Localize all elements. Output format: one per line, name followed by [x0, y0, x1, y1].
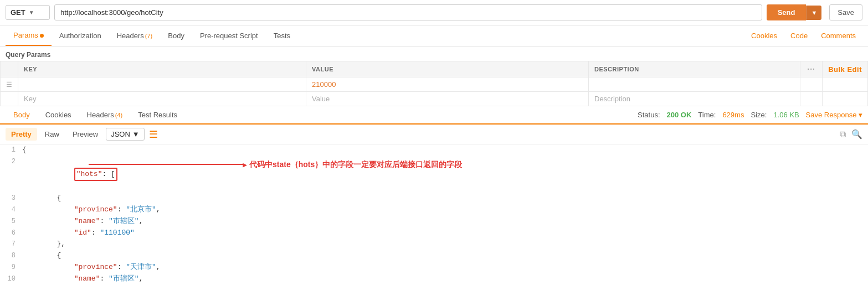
- resp-tab-cookies[interactable]: Cookies: [38, 106, 79, 123]
- request-tabs-bar: Params Authorization Headers(7) Body Pre…: [0, 25, 868, 46]
- raw-button[interactable]: Raw: [39, 128, 65, 141]
- method-select[interactable]: GET ▼: [6, 5, 50, 20]
- row-actions-cell: [800, 77, 823, 92]
- new-drag: [1, 92, 18, 106]
- tab-headers[interactable]: Headers(7): [109, 26, 161, 45]
- line-3: 3 {: [0, 193, 868, 204]
- hots-highlight: "hots": [: [74, 168, 117, 182]
- save-response-button[interactable]: Save Response ▾: [806, 111, 862, 119]
- status-value: 200 OK: [667, 111, 692, 119]
- resp-tab-body[interactable]: Body: [6, 106, 38, 125]
- line-9: 9 "province": "天津市",: [0, 262, 868, 273]
- url-input[interactable]: [54, 4, 762, 20]
- drag-handle-icon: ☰: [6, 81, 12, 89]
- resp-tab-headers[interactable]: Headers(4): [79, 106, 131, 123]
- more-icon[interactable]: ···: [807, 65, 815, 74]
- table-row-new: Key Value Description: [1, 92, 868, 106]
- size-value: 1.06 KB: [773, 111, 799, 119]
- line-6: 6 "id": "110100": [0, 227, 868, 239]
- table-row: ☰ 210000: [1, 77, 868, 92]
- response-body-toolbar: Pretty Raw Preview JSON ▼ ☰ ⧉ 🔍: [0, 125, 868, 144]
- tab-comments-right[interactable]: Comments: [814, 26, 862, 45]
- method-chevron: ▼: [29, 9, 34, 15]
- line-10: 10 "name": "市辖区",: [0, 273, 868, 285]
- tab-prerequest[interactable]: Pre-request Script: [192, 26, 266, 45]
- tab-params[interactable]: Params: [6, 25, 52, 46]
- bulk-edit-button[interactable]: Bulk Edit: [828, 65, 862, 74]
- params-dot: [40, 34, 44, 38]
- method-label: GET: [11, 8, 25, 17]
- line-1: 1 {: [0, 144, 868, 156]
- params-table: KEY VALUE DESCRIPTION ··· Bulk Edit ☰ 21…: [0, 61, 868, 106]
- lang-chevron: ▼: [132, 130, 140, 138]
- row-extra-cell: [823, 77, 868, 92]
- tab-authorization[interactable]: Authorization: [52, 26, 109, 45]
- new-actions-cell: [800, 92, 823, 106]
- line-4: 4 "province": "北京市",: [0, 204, 868, 216]
- new-extra-cell: [823, 92, 868, 106]
- json-content: 1 { 2 "hots": [ ▶ 代码中state｛hots｝中的字段一定要对…: [0, 144, 868, 285]
- app-container: GET ▼ Send ▼ Save Params Authorization H…: [0, 0, 868, 285]
- row-desc-cell[interactable]: [589, 77, 800, 92]
- col-description: DESCRIPTION: [589, 61, 800, 77]
- response-tabs-bar: Body Cookies Headers(4) Test Results Sta…: [0, 106, 868, 125]
- size-label: Size:: [751, 111, 767, 119]
- save-button[interactable]: Save: [829, 4, 862, 20]
- line-2: 2 "hots": [ ▶ 代码中state｛hots｝中的字段一定要对应后端接…: [0, 156, 868, 193]
- tab-code-right[interactable]: Code: [784, 26, 814, 45]
- send-button[interactable]: Send: [767, 4, 807, 20]
- copy-icon[interactable]: ⧉: [840, 129, 846, 139]
- line-5: 5 "name": "市辖区",: [0, 216, 868, 227]
- col-actions: ···: [800, 61, 823, 77]
- pretty-button[interactable]: Pretty: [6, 128, 37, 141]
- tab-tests[interactable]: Tests: [266, 26, 298, 45]
- right-tabs: Cookies Code Comments: [744, 26, 862, 45]
- language-dropdown[interactable]: JSON ▼: [106, 128, 145, 141]
- col-checkbox: [1, 61, 18, 77]
- line-8: 8 {: [0, 250, 868, 262]
- response-status-bar: Status: 200 OK Time: 629ms Size: 1.06 KB…: [638, 111, 862, 119]
- tab-cookies-right[interactable]: Cookies: [744, 26, 784, 45]
- top-bar: GET ▼ Send ▼ Save: [0, 0, 868, 25]
- resp-tab-test-results[interactable]: Test Results: [130, 106, 185, 123]
- time-label: Time:: [698, 111, 716, 119]
- resp-action-icons: ⧉ 🔍: [840, 129, 862, 139]
- col-bulk: Bulk Edit: [823, 61, 868, 77]
- query-params-label: Query Params: [0, 46, 868, 61]
- preview-button[interactable]: Preview: [67, 128, 104, 141]
- wrap-icon[interactable]: ☰: [149, 128, 158, 141]
- row-drag: ☰: [1, 77, 18, 92]
- lang-label: JSON: [111, 130, 130, 138]
- send-btn-group: Send ▼: [767, 4, 822, 20]
- new-desc-cell[interactable]: Description: [589, 92, 800, 106]
- line-7: 7 },: [0, 239, 868, 250]
- new-key-cell[interactable]: Key: [18, 92, 306, 106]
- col-value: VALUE: [306, 61, 589, 77]
- search-icon[interactable]: 🔍: [851, 129, 862, 139]
- new-value-cell[interactable]: Value: [306, 92, 589, 106]
- tab-body[interactable]: Body: [160, 26, 192, 45]
- time-value: 629ms: [722, 111, 744, 119]
- status-label: Status:: [638, 111, 660, 119]
- col-key: KEY: [18, 61, 306, 77]
- row-value-cell[interactable]: 210000: [306, 77, 589, 92]
- send-dropdown-button[interactable]: ▼: [806, 6, 821, 20]
- row-key-cell[interactable]: [18, 77, 306, 92]
